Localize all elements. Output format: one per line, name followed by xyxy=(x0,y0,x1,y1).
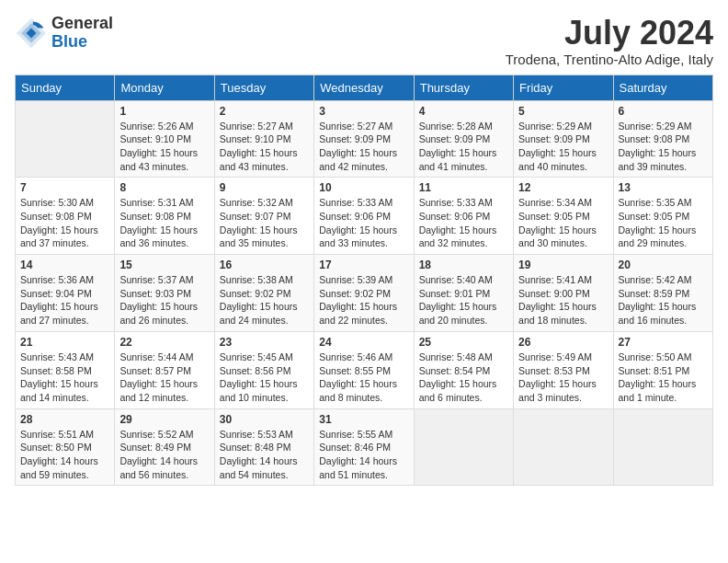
day-number: 18 xyxy=(419,259,508,271)
day-number: 27 xyxy=(619,336,708,349)
day-number: 6 xyxy=(619,105,708,118)
day-number: 19 xyxy=(518,259,608,271)
day-info: Sunrise: 5:41 AM Sunset: 9:00 PM Dayligh… xyxy=(518,273,608,327)
calendar-cell xyxy=(414,408,513,486)
calendar-cell: 1Sunrise: 5:26 AM Sunset: 9:10 PM Daylig… xyxy=(115,100,214,178)
day-number: 3 xyxy=(319,105,408,118)
month-year: July 2024 xyxy=(506,15,713,52)
calendar-cell: 8Sunrise: 5:31 AM Sunset: 9:08 PM Daylig… xyxy=(115,178,214,255)
day-info: Sunrise: 5:30 AM Sunset: 9:08 PM Dayligh… xyxy=(20,196,109,250)
day-info: Sunrise: 5:55 AM Sunset: 8:46 PM Dayligh… xyxy=(319,428,408,482)
day-info: Sunrise: 5:45 AM Sunset: 8:56 PM Dayligh… xyxy=(220,350,309,405)
calendar-cell: 20Sunrise: 5:42 AM Sunset: 8:59 PM Dayli… xyxy=(613,255,712,332)
day-number: 2 xyxy=(220,105,309,118)
calendar-cell: 5Sunrise: 5:29 AM Sunset: 9:09 PM Daylig… xyxy=(514,100,613,178)
day-number: 11 xyxy=(419,181,508,194)
day-info: Sunrise: 5:49 AM Sunset: 8:53 PM Dayligh… xyxy=(518,350,608,405)
calendar-cell: 26Sunrise: 5:49 AM Sunset: 8:53 PM Dayli… xyxy=(514,331,613,408)
calendar-cell: 7Sunrise: 5:30 AM Sunset: 9:08 PM Daylig… xyxy=(16,178,115,255)
day-number: 13 xyxy=(619,181,708,194)
day-info: Sunrise: 5:31 AM Sunset: 9:08 PM Dayligh… xyxy=(119,196,209,250)
day-info: Sunrise: 5:28 AM Sunset: 9:09 PM Dayligh… xyxy=(419,120,508,174)
calendar-cell: 17Sunrise: 5:39 AM Sunset: 9:02 PM Dayli… xyxy=(314,255,414,332)
calendar-cell: 30Sunrise: 5:53 AM Sunset: 8:48 PM Dayli… xyxy=(214,408,313,486)
day-info: Sunrise: 5:50 AM Sunset: 8:51 PM Dayligh… xyxy=(619,350,708,405)
day-number: 30 xyxy=(220,413,309,426)
calendar-cell: 3Sunrise: 5:27 AM Sunset: 9:09 PM Daylig… xyxy=(314,100,414,178)
day-number: 10 xyxy=(319,181,408,194)
day-of-week-header: Tuesday xyxy=(214,75,313,100)
day-info: Sunrise: 5:33 AM Sunset: 9:06 PM Dayligh… xyxy=(419,196,508,250)
location: Trodena, Trentino-Alto Adige, Italy xyxy=(506,52,713,67)
day-number: 9 xyxy=(220,181,309,194)
day-info: Sunrise: 5:26 AM Sunset: 9:10 PM Dayligh… xyxy=(119,120,209,174)
day-number: 28 xyxy=(20,413,109,426)
calendar-cell: 15Sunrise: 5:37 AM Sunset: 9:03 PM Dayli… xyxy=(115,255,214,332)
day-of-week-header: Sunday xyxy=(16,75,115,100)
calendar-cell: 31Sunrise: 5:55 AM Sunset: 8:46 PM Dayli… xyxy=(314,408,414,486)
day-of-week-header: Wednesday xyxy=(314,75,414,100)
day-number: 24 xyxy=(319,336,408,349)
logo-icon xyxy=(15,17,48,50)
calendar-week-row: 1Sunrise: 5:26 AM Sunset: 9:10 PM Daylig… xyxy=(16,100,713,178)
logo-general: General xyxy=(51,14,113,32)
day-number: 14 xyxy=(20,259,109,271)
day-info: Sunrise: 5:44 AM Sunset: 8:57 PM Dayligh… xyxy=(119,350,209,405)
logo-text: General Blue xyxy=(51,15,113,52)
day-number: 20 xyxy=(619,259,708,271)
page-header: General Blue July 2024 Trodena, Trentino… xyxy=(15,15,713,67)
calendar-cell: 21Sunrise: 5:43 AM Sunset: 8:58 PM Dayli… xyxy=(16,331,115,408)
calendar-cell: 27Sunrise: 5:50 AM Sunset: 8:51 PM Dayli… xyxy=(613,331,712,408)
calendar-cell: 29Sunrise: 5:52 AM Sunset: 8:49 PM Dayli… xyxy=(115,408,214,486)
calendar-table: SundayMondayTuesdayWednesdayThursdayFrid… xyxy=(15,75,713,487)
calendar-cell: 10Sunrise: 5:33 AM Sunset: 9:06 PM Dayli… xyxy=(314,178,414,255)
day-info: Sunrise: 5:33 AM Sunset: 9:06 PM Dayligh… xyxy=(319,196,408,250)
calendar-week-row: 21Sunrise: 5:43 AM Sunset: 8:58 PM Dayli… xyxy=(16,331,713,408)
title-block: July 2024 Trodena, Trentino-Alto Adige, … xyxy=(506,15,713,67)
day-info: Sunrise: 5:29 AM Sunset: 9:08 PM Dayligh… xyxy=(619,120,708,174)
calendar-week-row: 14Sunrise: 5:36 AM Sunset: 9:04 PM Dayli… xyxy=(16,255,713,332)
calendar-cell: 28Sunrise: 5:51 AM Sunset: 8:50 PM Dayli… xyxy=(16,408,115,486)
day-info: Sunrise: 5:51 AM Sunset: 8:50 PM Dayligh… xyxy=(20,428,109,482)
calendar-cell: 24Sunrise: 5:46 AM Sunset: 8:55 PM Dayli… xyxy=(314,331,414,408)
calendar-cell: 23Sunrise: 5:45 AM Sunset: 8:56 PM Dayli… xyxy=(214,331,313,408)
day-number: 21 xyxy=(20,336,109,349)
day-number: 16 xyxy=(220,259,309,271)
day-info: Sunrise: 5:52 AM Sunset: 8:49 PM Dayligh… xyxy=(119,428,209,482)
day-info: Sunrise: 5:43 AM Sunset: 8:58 PM Dayligh… xyxy=(20,350,109,405)
calendar-cell: 22Sunrise: 5:44 AM Sunset: 8:57 PM Dayli… xyxy=(115,331,214,408)
day-info: Sunrise: 5:32 AM Sunset: 9:07 PM Dayligh… xyxy=(220,196,309,250)
day-info: Sunrise: 5:46 AM Sunset: 8:55 PM Dayligh… xyxy=(319,350,408,405)
day-number: 25 xyxy=(419,336,508,349)
calendar-cell: 13Sunrise: 5:35 AM Sunset: 9:05 PM Dayli… xyxy=(613,178,712,255)
day-info: Sunrise: 5:39 AM Sunset: 9:02 PM Dayligh… xyxy=(319,273,408,327)
day-info: Sunrise: 5:40 AM Sunset: 9:01 PM Dayligh… xyxy=(419,273,508,327)
day-info: Sunrise: 5:48 AM Sunset: 8:54 PM Dayligh… xyxy=(419,350,508,405)
day-of-week-header: Saturday xyxy=(613,75,712,100)
day-info: Sunrise: 5:36 AM Sunset: 9:04 PM Dayligh… xyxy=(20,273,109,327)
calendar-week-row: 7Sunrise: 5:30 AM Sunset: 9:08 PM Daylig… xyxy=(16,178,713,255)
calendar-cell xyxy=(16,100,115,178)
day-number: 4 xyxy=(419,105,508,118)
day-number: 5 xyxy=(518,105,608,118)
day-info: Sunrise: 5:35 AM Sunset: 9:05 PM Dayligh… xyxy=(619,196,708,250)
calendar-cell: 19Sunrise: 5:41 AM Sunset: 9:00 PM Dayli… xyxy=(514,255,613,332)
day-number: 23 xyxy=(220,336,309,349)
day-number: 17 xyxy=(319,259,408,271)
calendar-cell: 9Sunrise: 5:32 AM Sunset: 9:07 PM Daylig… xyxy=(214,178,313,255)
day-of-week-header: Friday xyxy=(514,75,613,100)
calendar-cell: 12Sunrise: 5:34 AM Sunset: 9:05 PM Dayli… xyxy=(514,178,613,255)
calendar-cell: 6Sunrise: 5:29 AM Sunset: 9:08 PM Daylig… xyxy=(613,100,712,178)
day-info: Sunrise: 5:37 AM Sunset: 9:03 PM Dayligh… xyxy=(119,273,209,327)
day-info: Sunrise: 5:38 AM Sunset: 9:02 PM Dayligh… xyxy=(220,273,309,327)
day-of-week-header: Thursday xyxy=(414,75,513,100)
calendar-cell xyxy=(613,408,712,486)
day-number: 22 xyxy=(119,336,209,349)
day-info: Sunrise: 5:34 AM Sunset: 9:05 PM Dayligh… xyxy=(518,196,608,250)
day-info: Sunrise: 5:27 AM Sunset: 9:10 PM Dayligh… xyxy=(220,120,309,174)
day-number: 29 xyxy=(119,413,209,426)
logo-blue: Blue xyxy=(51,32,87,51)
calendar-cell: 4Sunrise: 5:28 AM Sunset: 9:09 PM Daylig… xyxy=(414,100,513,178)
calendar-header: SundayMondayTuesdayWednesdayThursdayFrid… xyxy=(16,75,713,100)
day-info: Sunrise: 5:53 AM Sunset: 8:48 PM Dayligh… xyxy=(220,428,309,482)
